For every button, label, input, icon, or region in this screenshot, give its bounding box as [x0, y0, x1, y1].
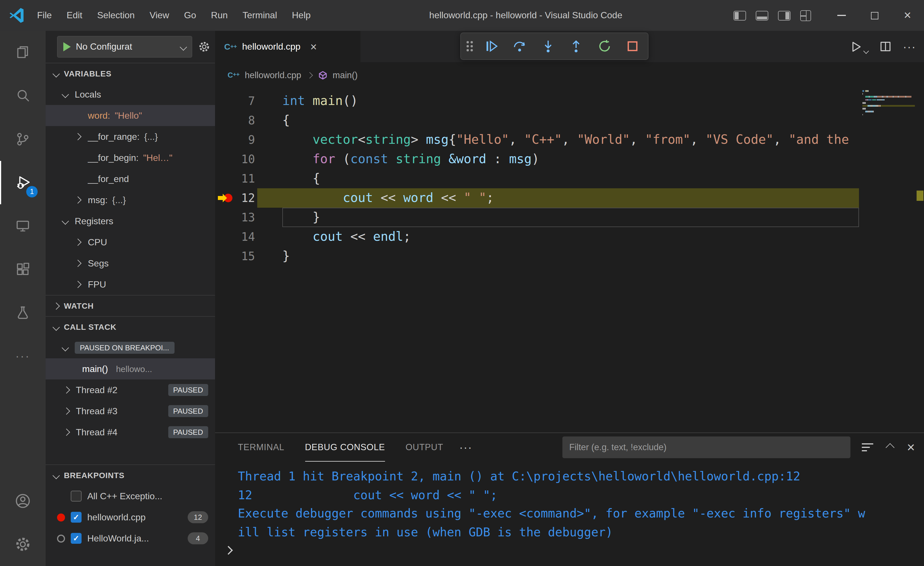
- menu-selection[interactable]: Selection: [90, 0, 142, 31]
- restart-button[interactable]: [595, 36, 614, 57]
- close-window-button[interactable]: ×: [891, 0, 924, 31]
- code-line[interactable]: 10 for (const string &word : msg): [215, 150, 859, 169]
- tab-helloworld-cpp[interactable]: C++ helloworld.cpp ×: [215, 31, 360, 62]
- breakpoint-row[interactable]: ✓helloworld.cpp12: [46, 507, 215, 528]
- stack-frame-row[interactable]: main() hellowo...: [46, 358, 215, 380]
- activitybar-search[interactable]: [0, 74, 46, 117]
- menu-go[interactable]: Go: [177, 0, 204, 31]
- breakpoint-row[interactable]: ✓HelloWorld.ja...4: [46, 528, 215, 549]
- breakpoint-checkbox[interactable]: ✓: [71, 512, 82, 522]
- minimap-token: [906, 96, 912, 98]
- filter-input[interactable]: [562, 437, 850, 458]
- split-editor-icon[interactable]: [879, 41, 891, 53]
- menu-file[interactable]: File: [30, 0, 59, 31]
- code-line[interactable]: 8{: [215, 111, 859, 130]
- registers-group[interactable]: Registers: [46, 210, 215, 232]
- code-line[interactable]: 13 }: [215, 208, 859, 227]
- menu-edit[interactable]: Edit: [59, 0, 90, 31]
- code-line[interactable]: 14 cout << endl;: [215, 227, 859, 246]
- thread-row[interactable]: Thread #2PAUSED: [46, 380, 215, 401]
- code-token: ,: [690, 132, 705, 147]
- start-debug-icon[interactable]: [63, 42, 71, 51]
- minimap[interactable]: [862, 90, 915, 117]
- minimize-button[interactable]: [825, 0, 858, 31]
- code-line[interactable]: 11 {: [215, 169, 859, 188]
- breakpoint-checkbox[interactable]: ✓: [71, 533, 82, 544]
- activitybar-source-control[interactable]: [0, 117, 46, 161]
- register-group-row[interactable]: FPU: [46, 274, 215, 295]
- minimap-line: [862, 105, 915, 107]
- variable-row[interactable]: __for_end: [46, 168, 215, 189]
- breadcrumb-symbol[interactable]: main(): [333, 70, 358, 80]
- menu-run[interactable]: Run: [204, 0, 235, 31]
- filter-lines-icon[interactable]: [862, 443, 873, 451]
- register-group-row[interactable]: Segs: [46, 253, 215, 274]
- menu-terminal[interactable]: Terminal: [235, 0, 285, 31]
- activitybar-remote-explorer[interactable]: [0, 204, 46, 248]
- minimap-token: [882, 99, 884, 101]
- activitybar-run-debug[interactable]: 1: [0, 161, 46, 204]
- section-call-stack[interactable]: CALL STACK: [46, 316, 215, 337]
- stop-button[interactable]: [623, 36, 642, 57]
- panel-more-icon[interactable]: ···: [459, 441, 472, 453]
- gutter: 9: [215, 130, 257, 150]
- toolbar-drag-handle[interactable]: [466, 41, 473, 51]
- breakpoint-current-icon[interactable]: [215, 193, 234, 203]
- activitybar-extensions[interactable]: [0, 248, 46, 291]
- toggle-secondary-sidebar-icon[interactable]: [778, 11, 790, 20]
- section-breakpoints[interactable]: BREAKPOINTS: [46, 464, 215, 486]
- activitybar-more[interactable]: ···: [0, 334, 46, 378]
- variable-row[interactable]: __for_range:{...}: [46, 126, 215, 147]
- breadcrumbs: C++ helloworld.cpp main(): [215, 62, 924, 88]
- variable-row[interactable]: msg:{...}: [46, 189, 215, 210]
- close-panel-icon[interactable]: ×: [907, 440, 915, 454]
- code-line[interactable]: 7int main(): [215, 91, 859, 111]
- panel-tab-terminal[interactable]: TERMINAL: [238, 433, 284, 462]
- locals-group[interactable]: Locals: [46, 84, 215, 105]
- debug-console[interactable]: Thread 1 hit Breakpoint 2, main () at C:…: [215, 462, 924, 566]
- minimap-token: [862, 99, 865, 101]
- section-variables[interactable]: VARIABLES: [46, 63, 215, 84]
- code-line[interactable]: 12 cout << word << " ";: [215, 188, 859, 208]
- step-out-button[interactable]: [566, 36, 586, 57]
- activitybar-settings[interactable]: [0, 522, 46, 566]
- tab-close-icon[interactable]: ×: [310, 41, 317, 52]
- breadcrumb-file[interactable]: helloworld.cpp: [245, 70, 301, 80]
- thread-row[interactable]: Thread #3PAUSED: [46, 401, 215, 422]
- continue-button[interactable]: [482, 36, 501, 57]
- editor-more-icon[interactable]: ···: [903, 41, 916, 52]
- activitybar-explorer[interactable]: [0, 31, 46, 74]
- launch-config-dropdown[interactable]: No Configurat: [57, 36, 192, 58]
- account-icon: [14, 492, 32, 509]
- thread-row[interactable]: Thread #4PAUSED: [46, 422, 215, 443]
- activitybar-testing[interactable]: [0, 291, 46, 334]
- panel-tab-output[interactable]: OUTPUT: [405, 433, 443, 462]
- panel-tab-debug-console[interactable]: DEBUG CONSOLE: [305, 433, 385, 462]
- debug-settings-gear-icon[interactable]: [198, 41, 210, 53]
- activitybar-accounts[interactable]: [0, 479, 46, 522]
- menu-view[interactable]: View: [142, 0, 177, 31]
- minimap-token: [862, 108, 866, 110]
- toggle-sidebar-icon[interactable]: [734, 11, 746, 20]
- variable-row[interactable]: word:"Hello": [46, 105, 215, 126]
- register-group-row[interactable]: CPU: [46, 232, 215, 253]
- console-prompt[interactable]: [225, 547, 924, 554]
- maximize-panel-icon[interactable]: [885, 443, 894, 452]
- run-or-debug-button[interactable]: [850, 40, 868, 53]
- minimap-line: [862, 102, 915, 104]
- menu-help[interactable]: Help: [285, 0, 318, 31]
- customize-layout-icon[interactable]: [800, 10, 811, 21]
- step-over-button[interactable]: [510, 36, 529, 57]
- section-watch[interactable]: WATCH: [46, 295, 215, 316]
- code-line[interactable]: 15}: [215, 246, 859, 266]
- maximize-button[interactable]: [858, 0, 891, 31]
- step-into-button[interactable]: [538, 36, 558, 57]
- breakpoint-row[interactable]: All C++ Exceptio...: [46, 486, 215, 507]
- code-editor[interactable]: 7int main()8{9 vector<string> msg{"Hello…: [215, 88, 924, 432]
- breakpoint-checkbox[interactable]: [71, 491, 82, 501]
- callstack-session-row[interactable]: PAUSED ON BREAKPOI...: [46, 337, 215, 358]
- title-bar: FileEditSelectionViewGoRunTerminalHelp h…: [0, 0, 924, 31]
- toggle-panel-icon[interactable]: [756, 11, 768, 20]
- variable-row[interactable]: __for_begin:"Hel…": [46, 147, 215, 168]
- code-line[interactable]: 9 vector<string> msg{"Hello", "C++", "Wo…: [215, 130, 859, 150]
